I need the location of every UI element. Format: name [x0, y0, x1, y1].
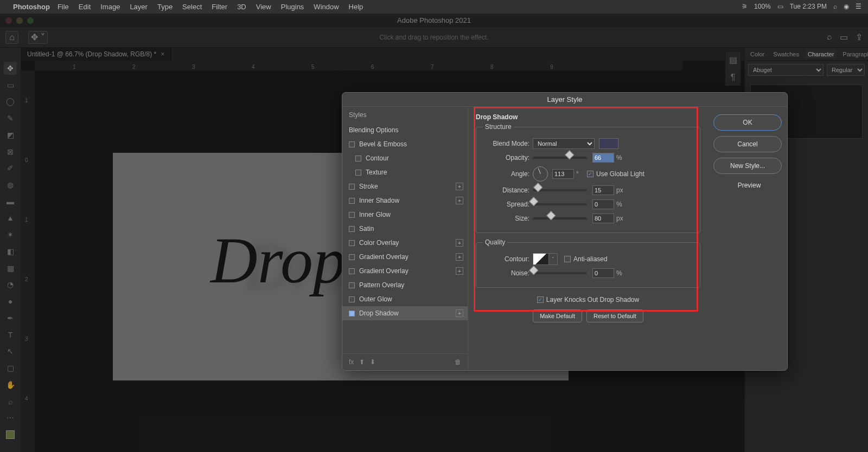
antialias-checkbox[interactable] [564, 256, 571, 262]
style-satin[interactable]: Satin [342, 222, 468, 236]
style-pattern-overlay[interactable]: Pattern Overlay [342, 278, 468, 292]
menu-edit[interactable]: Edit [79, 3, 91, 11]
dock-icon-1[interactable]: ▤ [729, 55, 737, 65]
gradient-tool[interactable]: ▦ [4, 262, 17, 275]
plus-icon[interactable]: + [456, 239, 463, 247]
make-default-button[interactable]: Make Default [533, 309, 582, 322]
trash-icon[interactable]: 🗑 [455, 358, 461, 366]
style-inner-glow[interactable]: Inner Glow [342, 208, 468, 222]
siri-icon[interactable]: ◉ [844, 3, 849, 10]
minimize-window-button[interactable] [16, 17, 23, 24]
style-inner-shadow[interactable]: Inner Shadow+ [342, 193, 468, 208]
angle-input[interactable] [552, 169, 574, 179]
contour-preview[interactable] [533, 253, 549, 265]
menu-plugins[interactable]: Plugins [281, 3, 304, 11]
wand-tool[interactable]: ✎ [4, 112, 17, 125]
menu-help[interactable]: Help [349, 3, 363, 11]
knockout-checkbox[interactable] [537, 296, 544, 303]
color-swatches[interactable] [4, 428, 17, 441]
search-icon[interactable]: ⌕ [827, 32, 832, 42]
hand-tool[interactable]: ✋ [4, 378, 17, 391]
maximize-window-button[interactable] [27, 17, 34, 24]
path-tool[interactable]: ↖ [4, 345, 17, 358]
close-window-button[interactable] [5, 17, 12, 24]
menu-type[interactable]: Type [157, 3, 173, 11]
menu-layer[interactable]: Layer [130, 3, 148, 11]
pen-tool[interactable]: ✒ [4, 312, 17, 325]
style-gradient-overlay-2[interactable]: Gradient Overlay+ [342, 264, 468, 278]
size-slider[interactable] [533, 217, 587, 219]
crop-tool[interactable]: ◩ [4, 128, 17, 141]
cancel-button[interactable]: Cancel [713, 136, 782, 152]
stamp-tool[interactable]: ▲ [4, 212, 17, 225]
wifi-icon[interactable]: ⚞ [742, 3, 748, 10]
blur-tool[interactable]: ◔ [4, 279, 17, 292]
frame-tool[interactable]: ⊠ [4, 145, 17, 158]
contour-dropdown[interactable]: ˅ [549, 253, 558, 265]
eraser-tool[interactable]: ◧ [4, 245, 17, 258]
document-tab[interactable]: Untitled-1 @ 66.7% (Drop Shadow, RGB/8) … [21, 48, 171, 61]
control-center-icon[interactable]: ☰ [856, 3, 861, 10]
eyedropper-tool[interactable]: ✐ [4, 162, 17, 175]
blend-mode-select[interactable]: Normal [533, 138, 595, 149]
tab-swatches[interactable]: Swatches [771, 50, 801, 59]
history-brush-tool[interactable]: ✶ [4, 228, 17, 241]
new-style-button[interactable]: New Style... [713, 158, 782, 174]
reset-default-button[interactable]: Reset to Default [586, 309, 643, 322]
plus-icon[interactable]: + [456, 183, 463, 190]
style-outer-glow[interactable]: Outer Glow [342, 292, 468, 306]
style-drop-shadow[interactable]: Drop Shadow+ [342, 306, 468, 320]
move-tool[interactable]: ✥ [4, 62, 17, 75]
tab-character[interactable]: Character [806, 50, 836, 59]
close-tab-icon[interactable]: × [161, 50, 164, 58]
distance-slider[interactable] [533, 189, 587, 191]
style-contour[interactable]: Contour [342, 151, 468, 165]
zoom-tool[interactable]: ⌕ [4, 395, 17, 408]
style-gradient-overlay[interactable]: Gradient Overlay+ [342, 250, 468, 264]
dock-icon-2[interactable]: ¶ [731, 73, 736, 82]
opacity-input[interactable] [592, 153, 614, 163]
spread-slider[interactable] [533, 203, 587, 205]
menu-window[interactable]: Window [314, 3, 339, 11]
distance-input[interactable] [592, 185, 614, 195]
plus-icon[interactable]: + [456, 197, 463, 204]
dodge-tool[interactable]: ● [4, 295, 17, 308]
angle-dial[interactable] [533, 166, 548, 182]
style-texture[interactable]: Texture [342, 165, 468, 179]
style-bevel-emboss[interactable]: Bevel & Emboss [342, 137, 468, 151]
workspace-icon[interactable]: ▭ [840, 32, 848, 42]
size-input[interactable] [592, 214, 614, 223]
heal-tool[interactable]: ◍ [4, 178, 17, 191]
style-blending-options[interactable]: Blending Options [342, 123, 468, 137]
menu-3d[interactable]: 3D [237, 3, 246, 11]
fg-color-swatch[interactable] [6, 430, 15, 439]
brush-tool[interactable]: ▬ [4, 195, 17, 208]
menu-filter[interactable]: Filter [212, 3, 227, 11]
plus-icon[interactable]: + [456, 309, 463, 317]
up-arrow-icon[interactable]: ⬆ [359, 358, 365, 366]
spotlight-icon[interactable]: ⌕ [833, 3, 837, 10]
style-color-overlay[interactable]: Color Overlay+ [342, 236, 468, 250]
global-light-checkbox[interactable] [587, 171, 593, 177]
down-arrow-icon[interactable]: ⬇ [370, 358, 375, 366]
move-tool-options-icon[interactable]: ✥ ˅ [28, 31, 48, 44]
marquee-tool[interactable]: ▭ [4, 79, 17, 92]
app-name[interactable]: Photoshop [13, 3, 50, 11]
checkbox-icon[interactable] [349, 141, 355, 147]
shape-tool[interactable]: ▢ [4, 361, 17, 374]
noise-input[interactable] [592, 268, 614, 278]
menu-image[interactable]: Image [100, 3, 120, 11]
type-tool[interactable]: T [4, 328, 17, 341]
shadow-color-swatch[interactable] [599, 138, 618, 149]
style-stroke[interactable]: Stroke+ [342, 179, 468, 193]
share-icon[interactable]: ⇪ [856, 32, 863, 42]
font-weight-select[interactable]: Regular [827, 64, 865, 76]
spread-input[interactable] [592, 199, 614, 209]
menu-view[interactable]: View [256, 3, 271, 11]
home-icon[interactable]: ⌂ [5, 31, 18, 44]
noise-slider[interactable] [533, 272, 587, 274]
menu-file[interactable]: File [58, 3, 69, 11]
more-tools[interactable]: ⋯ [4, 411, 17, 424]
tab-paragraph[interactable]: Paragraph [840, 50, 868, 59]
plus-icon[interactable]: + [456, 267, 463, 275]
